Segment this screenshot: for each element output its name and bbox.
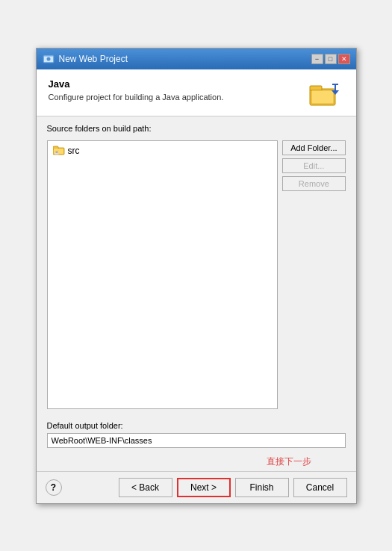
title-bar: New Web Project − □ ✕ <box>37 49 356 69</box>
minimize-button[interactable]: − <box>311 54 323 64</box>
header-section: Java Configure project for building a Ja… <box>37 69 356 116</box>
title-controls: − □ ✕ <box>311 54 350 64</box>
header-description: Configure project for building a Java ap… <box>49 93 224 102</box>
button-bar: ? < Back Next > Finish Cancel <box>37 471 356 503</box>
annotation-text: 直接下一步 <box>37 455 356 471</box>
src-folder-item[interactable]: ☕ src <box>51 144 275 158</box>
remove-button[interactable]: Remove <box>282 176 345 191</box>
output-folder-input[interactable] <box>47 433 346 448</box>
help-button[interactable]: ? <box>46 479 62 496</box>
right-buttons: Add Folder... Edit... Remove <box>282 140 345 191</box>
close-button[interactable]: ✕ <box>338 54 350 64</box>
button-bar-right: < Back Next > Finish Cancel <box>119 478 347 497</box>
svg-text:☕: ☕ <box>55 150 60 155</box>
dialog-icon <box>43 53 55 65</box>
svg-rect-4 <box>310 86 322 90</box>
output-section: Default output folder: <box>37 417 356 455</box>
java-icon <box>308 78 344 108</box>
folder-list[interactable]: ☕ src <box>47 140 279 409</box>
dialog-window: New Web Project − □ ✕ Java Configure pro… <box>36 48 357 504</box>
maximize-button[interactable]: □ <box>325 54 337 64</box>
build-path-label: Source folders on build path: <box>47 124 346 133</box>
back-button[interactable]: < Back <box>119 478 172 497</box>
header-text: Java Configure project for building a Ja… <box>49 78 224 102</box>
build-path-area: ☕ src Add Folder... Edit... Remove <box>47 140 346 409</box>
src-folder-label: src <box>68 146 80 156</box>
finish-button[interactable]: Finish <box>235 478 289 497</box>
cancel-button[interactable]: Cancel <box>293 478 347 497</box>
svg-point-2 <box>46 57 50 60</box>
dialog-title: New Web Project <box>59 54 128 64</box>
header-title: Java <box>49 78 224 90</box>
edit-button[interactable]: Edit... <box>282 158 345 173</box>
svg-rect-5 <box>311 90 334 104</box>
output-folder-label: Default output folder: <box>47 421 346 430</box>
title-bar-left: New Web Project <box>43 53 128 65</box>
src-folder-icon: ☕ <box>53 146 65 156</box>
content-section: Source folders on build path: ☕ src Add … <box>37 116 356 417</box>
header-icon-area <box>308 78 344 108</box>
next-button[interactable]: Next > <box>177 478 231 497</box>
add-folder-button[interactable]: Add Folder... <box>282 140 345 155</box>
